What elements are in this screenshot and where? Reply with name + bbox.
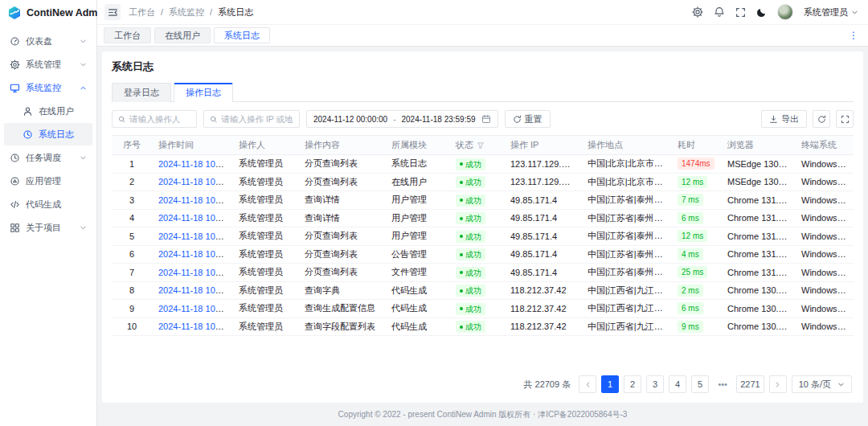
page-size-select[interactable]: 10 条/页 xyxy=(792,375,852,393)
cell-no: 2 xyxy=(112,173,152,191)
log-detail-link[interactable]: 2024-11-18 10:52:12 xyxy=(158,195,232,205)
status-badge: 成功 xyxy=(456,158,485,170)
date-start-value[interactable]: 2024-11-12 00:00:00 xyxy=(313,115,387,124)
menu-fold-icon[interactable] xyxy=(104,4,121,20)
page-button-3[interactable]: 3 xyxy=(646,375,664,393)
page-button-4[interactable]: 4 xyxy=(669,375,686,393)
nav-tab-online-users[interactable]: 在线用户 xyxy=(154,27,211,43)
cell-location: 中国|江苏省|泰州市|... xyxy=(581,245,671,264)
log-detail-link[interactable]: 2024-11-18 10:52:55 xyxy=(158,159,232,169)
table-fullscreen-button[interactable] xyxy=(836,110,854,128)
next-page-button[interactable] xyxy=(769,375,787,393)
sidebar-item-code-generation[interactable]: 代码生成 xyxy=(4,193,92,215)
content-area: 系统日志 登录日志操作日志 2024-11-12 00:00:00 - 20 xyxy=(97,47,868,426)
fullscreen-icon[interactable] xyxy=(735,7,746,18)
sidebar-item-about-project[interactable]: 关于项目 xyxy=(4,216,92,239)
breadcrumb-item[interactable]: 工作台 xyxy=(129,6,155,18)
cell-no: 3 xyxy=(112,191,152,210)
log-detail-link[interactable]: 2024-11-18 10:51:55 xyxy=(158,231,232,241)
cell-cost: 6 ms xyxy=(671,300,721,318)
pagination: 共 22709 条12345•••227110 条/页 xyxy=(112,368,854,396)
dashboard-icon xyxy=(10,36,20,47)
operator-search-field[interactable] xyxy=(112,110,197,128)
status-dot-icon xyxy=(460,307,463,310)
tabs-more-icon[interactable]: ⋮ xyxy=(845,30,862,41)
cell-cost: 9 ms xyxy=(671,317,721,336)
chevron-down-icon xyxy=(80,38,87,45)
cell-browser: Chrome 131.0.0.0 xyxy=(721,264,795,282)
topbar: 工作台 / 系统监控 / 系统日志 xyxy=(97,0,868,25)
log-detail-link[interactable]: 2024-11-18 10:52:05 xyxy=(158,213,232,223)
sidebar-item-app-management[interactable]: 应用管理 xyxy=(4,170,92,192)
breadcrumb-separator: / xyxy=(161,7,163,17)
cell-module: 系统日志 xyxy=(385,155,449,174)
ip-search-field[interactable] xyxy=(203,110,300,128)
cell-status: 成功 xyxy=(449,317,504,336)
sidebar-item-online-users[interactable]: 在线用户 xyxy=(4,100,92,122)
page-button-5[interactable]: 5 xyxy=(691,375,709,393)
cell-browser: Chrome 130.0.0.0 xyxy=(721,281,795,300)
export-button[interactable]: 导出 xyxy=(761,110,807,128)
ip-search-input[interactable] xyxy=(221,114,293,124)
page-button-2271[interactable]: 2271 xyxy=(736,375,764,393)
filter-icon[interactable] xyxy=(477,141,485,150)
date-range-picker[interactable]: 2024-11-12 00:00:00 - 2024-11-18 23:59:5… xyxy=(306,110,498,128)
gear-icon xyxy=(10,59,20,70)
prev-page-button[interactable] xyxy=(579,375,596,393)
status-badge: 成功 xyxy=(456,303,485,315)
nav-tab-workbench[interactable]: 工作台 xyxy=(104,27,151,43)
operation-log-table: 序号操作时间操作人操作内容所属模块状态操作 IP操作地点耗时浏览器终端系统 12… xyxy=(112,135,854,336)
user-menu[interactable]: 系统管理员 xyxy=(804,6,858,18)
column-header-cost: 耗时 xyxy=(671,136,721,155)
app-logo[interactable]: ContiNew Admin xyxy=(0,0,96,26)
sidebar-item-label: 在线用户 xyxy=(39,105,74,117)
tab-operation-log[interactable]: 操作日志 xyxy=(174,83,233,102)
user-avatar[interactable] xyxy=(777,4,793,20)
date-end-value[interactable]: 2024-11-18 23:59:59 xyxy=(401,115,475,124)
cell-operator: 系统管理员 xyxy=(232,209,298,227)
sidebar-item-system-monitor[interactable]: 系统监控 xyxy=(4,76,92,99)
notification-bell-icon[interactable] xyxy=(714,6,725,18)
log-detail-link[interactable]: 2024-11-18 10:51:52 xyxy=(158,268,232,277)
log-detail-link[interactable]: 2024-11-18 10:52:47 xyxy=(158,177,232,186)
cell-module: 用户管理 xyxy=(385,209,449,227)
brand-logo-icon xyxy=(7,6,22,20)
cell-location: 中国|江苏省|泰州市|... xyxy=(581,191,671,210)
log-detail-link[interactable]: 2024-11-18 10:51:50 xyxy=(158,285,232,295)
breadcrumb-item[interactable]: 系统监控 xyxy=(169,6,204,18)
sidebar-item-task-schedule[interactable]: 任务调度 xyxy=(4,146,92,169)
cell-time: 2024-11-18 10:52:47 xyxy=(152,173,232,191)
cell-time: 2024-11-18 10:52:12 xyxy=(152,191,232,210)
cell-cost: 12 ms xyxy=(671,227,721,246)
cell-os: Windows 10 xyxy=(795,173,854,191)
reset-button[interactable]: 重置 xyxy=(505,110,551,128)
page-button-2[interactable]: 2 xyxy=(624,375,641,393)
cell-no: 8 xyxy=(112,281,152,300)
column-header-operator: 操作人 xyxy=(232,136,298,155)
tab-login-log[interactable]: 登录日志 xyxy=(112,83,171,102)
sidebar-item-system-logs[interactable]: 系统日志 xyxy=(4,123,92,145)
sidebar-item-system-management[interactable]: 系统管理 xyxy=(4,53,92,76)
code-icon xyxy=(10,199,20,210)
settings-icon[interactable] xyxy=(692,6,703,18)
log-detail-link[interactable]: 2024-11-18 10:51:49 xyxy=(158,304,232,313)
log-detail-link[interactable]: 2024-11-18 10:51:49 xyxy=(158,322,232,331)
cell-browser: Chrome 130.0.0.0 xyxy=(721,300,795,318)
operator-search-input[interactable] xyxy=(129,114,190,124)
cell-operator: 系统管理员 xyxy=(232,227,298,246)
refresh-table-button[interactable] xyxy=(813,110,830,128)
table-row: 12024-11-18 10:52:55系统管理员分页查询列表系统日志成功123… xyxy=(112,155,854,174)
cell-location: 中国|江西省|九江市|... xyxy=(581,281,671,300)
log-detail-link[interactable]: 2024-11-18 10:51:53 xyxy=(158,249,232,259)
cell-cost: 7 ms xyxy=(671,191,721,210)
cell-no: 10 xyxy=(112,317,152,336)
table-row: 62024-11-18 10:51:53系统管理员分页查询列表公告管理成功49.… xyxy=(112,245,854,264)
fullscreen-icon xyxy=(841,115,850,124)
cell-status: 成功 xyxy=(449,209,504,227)
nav-tab-system-logs[interactable]: 系统日志 xyxy=(214,27,270,43)
sidebar-item-dashboard[interactable]: 仪表盘 xyxy=(4,30,92,52)
cell-location: 中国|江西省|九江市|... xyxy=(581,300,671,318)
cell-cost: 12 ms xyxy=(671,173,721,191)
dark-mode-moon-icon[interactable] xyxy=(756,7,767,18)
page-button-1[interactable]: 1 xyxy=(601,375,619,393)
